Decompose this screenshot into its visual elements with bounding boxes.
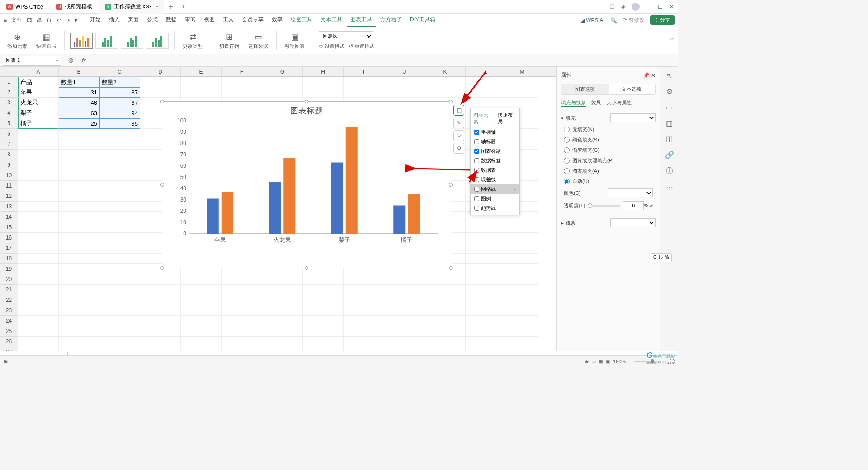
cell-K20[interactable]: [425, 274, 466, 285]
chart-filter-button[interactable]: ▽: [453, 130, 464, 141]
set-format-button[interactable]: ⚙ 设置格式: [319, 43, 344, 50]
change-type-button[interactable]: ⇄更改类型: [180, 31, 205, 50]
cell-A7[interactable]: [18, 139, 59, 150]
cell-E27[interactable]: [181, 347, 222, 351]
spreadsheet-grid[interactable]: ABCDEFGHIJKLM 1产品数量1数量22苹果31373火龙果46674梨…: [0, 67, 556, 351]
cell-F24[interactable]: [222, 316, 262, 326]
cell-G2[interactable]: [262, 87, 303, 98]
cell-G22[interactable]: [262, 295, 303, 306]
cell-L1[interactable]: [466, 77, 506, 87]
row-header-10[interactable]: 10: [0, 170, 18, 181]
cell-D1[interactable]: [140, 77, 181, 87]
cell-C1[interactable]: 数量2: [99, 77, 140, 87]
cell-H25[interactable]: [303, 326, 344, 337]
popup-item-8[interactable]: 趋势线: [471, 203, 519, 213]
cell-B1[interactable]: 数量1: [59, 77, 99, 87]
cell-I21[interactable]: [344, 285, 384, 295]
cell-G21[interactable]: [262, 285, 303, 295]
share-button[interactable]: ⇪ 分享: [650, 15, 675, 25]
cell-H21[interactable]: [303, 285, 344, 295]
cell-A20[interactable]: [18, 274, 59, 285]
cell-M17[interactable]: [506, 243, 538, 254]
cell-L27[interactable]: [466, 347, 506, 351]
zoom-out-button[interactable]: −: [628, 359, 631, 364]
dropdown-icon[interactable]: ▾: [75, 17, 77, 24]
popup-item-6[interactable]: 网格线▸: [471, 184, 519, 194]
embedded-chart[interactable]: 图表标题 0102030405060708090100苹果火龙果梨子橘子: [162, 101, 451, 268]
cell-C27[interactable]: [99, 347, 140, 351]
row-header-25[interactable]: 25: [0, 326, 18, 337]
cell-C12[interactable]: [99, 191, 140, 202]
row-header-15[interactable]: 15: [0, 222, 18, 233]
cell-A12[interactable]: [18, 191, 59, 202]
help-tool-icon[interactable]: ⓘ: [666, 166, 673, 176]
cell-H24[interactable]: [303, 316, 344, 326]
cell-C3[interactable]: 67: [99, 98, 140, 108]
section-line-header[interactable]: ▸ 线条: [561, 216, 656, 229]
cell-B2[interactable]: 31: [59, 87, 99, 98]
cell-M26[interactable]: [506, 337, 538, 347]
color-select[interactable]: [608, 188, 653, 197]
cell-C20[interactable]: [99, 274, 140, 285]
view-break-icon[interactable]: ▦: [599, 358, 603, 364]
cell-A6[interactable]: [18, 129, 59, 139]
view-normal-icon[interactable]: ⊞: [585, 358, 589, 364]
cell-M16[interactable]: [506, 233, 538, 243]
app-tab-template[interactable]: D找稻壳模板: [50, 0, 99, 14]
cell-A15[interactable]: [18, 222, 59, 233]
cell-D27[interactable]: [140, 347, 181, 351]
tab-list-button[interactable]: ▾: [178, 4, 189, 9]
cell-F25[interactable]: [222, 326, 262, 337]
cell-K25[interactable]: [425, 326, 466, 337]
cube-icon[interactable]: ◈: [621, 4, 625, 10]
row-header-21[interactable]: 21: [0, 285, 18, 295]
select-data-button[interactable]: ▭选择数据: [245, 31, 271, 50]
ribbon-collapse-icon[interactable]: ^: [670, 37, 674, 45]
row-header-3[interactable]: 3: [0, 98, 18, 108]
cell-K24[interactable]: [425, 316, 466, 326]
menu-tab-7[interactable]: 工具: [219, 13, 237, 27]
menu-tab-2[interactable]: 页面: [124, 13, 142, 27]
cell-A27[interactable]: [18, 347, 59, 351]
cell-G25[interactable]: [262, 326, 303, 337]
cell-H22[interactable]: [303, 295, 344, 306]
ime-indicator[interactable]: CH ♪ 简: [651, 253, 672, 262]
cell-L26[interactable]: [466, 337, 506, 347]
cell-J25[interactable]: [384, 326, 425, 337]
chart-settings-button[interactable]: ⚙: [453, 143, 464, 154]
cell-G1[interactable]: [262, 77, 303, 87]
cell-A14[interactable]: [18, 212, 59, 222]
cell-F23[interactable]: [222, 306, 262, 316]
row-header-19[interactable]: 19: [0, 264, 18, 274]
hamburger-icon[interactable]: ≡: [4, 17, 7, 24]
col-header-L[interactable]: L: [466, 67, 506, 76]
col-header-H[interactable]: H: [303, 67, 344, 76]
cell-H2[interactable]: [303, 87, 344, 98]
cell-I20[interactable]: [344, 274, 384, 285]
cell-B19[interactable]: [59, 264, 99, 274]
cell-C11[interactable]: [99, 181, 140, 191]
popup-item-4[interactable]: 数据表: [471, 165, 519, 175]
col-header-F[interactable]: F: [222, 67, 262, 76]
cell-I27[interactable]: [344, 347, 384, 351]
cell-E26[interactable]: [181, 337, 222, 347]
cell-C16[interactable]: [99, 233, 140, 243]
window-copy-icon[interactable]: ❐: [610, 4, 615, 10]
cell-C5[interactable]: 35: [99, 118, 140, 129]
cell-A18[interactable]: [18, 254, 59, 264]
subtab-effect[interactable]: 效果: [591, 99, 601, 107]
cell-H1[interactable]: [303, 77, 344, 87]
cell-A5[interactable]: 橘子: [18, 118, 59, 129]
cell-B10[interactable]: [59, 170, 99, 181]
popup-item-3[interactable]: 数据标签: [471, 156, 519, 165]
menu-tab-6[interactable]: 视图: [200, 13, 218, 27]
cell-I25[interactable]: [344, 326, 384, 337]
cell-M3[interactable]: [506, 98, 538, 108]
cell-A16[interactable]: [18, 233, 59, 243]
menu-tab-8[interactable]: 会员专享: [238, 13, 267, 27]
modify-status[interactable]: ⟳ 有修改: [623, 16, 645, 24]
popup-item-7[interactable]: 图例: [471, 194, 519, 203]
cell-C14[interactable]: [99, 212, 140, 222]
popup-item-2[interactable]: 图表标题: [471, 146, 519, 156]
col-header-K[interactable]: K: [425, 67, 466, 76]
